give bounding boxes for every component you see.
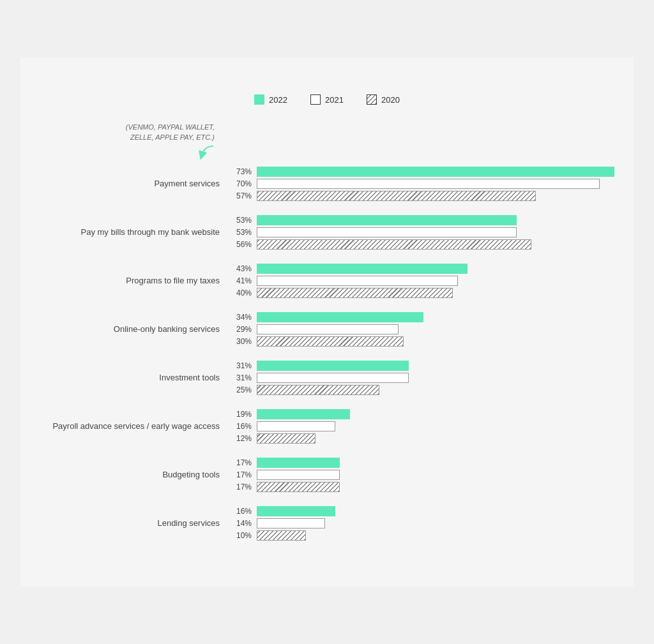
bar-track-4-2 <box>257 385 379 395</box>
bar-pct-2-0: 43% <box>231 264 252 273</box>
chart-body: (VENMO, PAYPAL WALLET,ZELLE, APPLE PAY, … <box>52 123 602 555</box>
bar-track-1-0 <box>257 215 517 225</box>
bar-track-7-2 <box>257 530 306 541</box>
bar-fill-6-0 <box>257 458 340 468</box>
bar-pct-6-2: 17% <box>231 483 252 491</box>
bar-fill-0-0 <box>257 167 614 177</box>
bar-fill-3-2 <box>257 336 404 347</box>
legend-box-2022 <box>254 94 264 105</box>
bar-pct-1-2: 56% <box>231 240 252 249</box>
bar-row-2-1: 41% <box>231 276 602 286</box>
bar-row-0-2: 57% <box>231 191 614 201</box>
legend-box-2021 <box>310 94 321 105</box>
bar-fill-4-2 <box>257 385 379 395</box>
legend-label-2022: 2022 <box>269 95 287 105</box>
bar-row-3-1: 29% <box>231 324 602 334</box>
bars-area-7: 16%14%10% <box>231 506 602 541</box>
bar-row-3-0: 34% <box>231 312 602 322</box>
group-2: Programs to file my taxes43%41%40% <box>52 264 602 298</box>
bar-row-6-1: 17% <box>231 470 602 480</box>
bar-track-0-0 <box>257 167 614 177</box>
legend-label-2021: 2021 <box>325 95 344 105</box>
bar-row-7-2: 10% <box>231 530 602 541</box>
chart-container: 202220212020 (VENMO, PAYPAL WALLET,ZELLE… <box>20 57 634 587</box>
bar-track-7-0 <box>257 506 335 516</box>
bar-row-4-1: 31% <box>231 373 602 383</box>
bar-fill-2-2 <box>257 288 453 298</box>
bar-track-2-0 <box>257 264 468 274</box>
bar-row-4-0: 31% <box>231 361 602 371</box>
group-1: Pay my bills through my bank website53%5… <box>52 215 602 250</box>
bar-pct-4-2: 25% <box>231 386 252 394</box>
group-3: Online-only banking services34%29%30% <box>52 312 602 347</box>
group-7: Lending services16%14%10% <box>52 506 602 541</box>
bar-row-5-1: 16% <box>231 421 602 431</box>
bar-row-1-1: 53% <box>231 227 602 237</box>
bar-row-2-0: 43% <box>231 264 602 274</box>
bar-track-6-2 <box>257 482 340 492</box>
bar-pct-0-2: 57% <box>231 191 252 200</box>
bar-track-4-1 <box>257 373 409 383</box>
group-5: Payroll advance services / early wage ac… <box>52 409 602 444</box>
legend-box-2020 <box>367 94 377 105</box>
bar-track-6-0 <box>257 458 340 468</box>
bars-area-6: 17%17%17% <box>231 458 602 492</box>
bar-fill-3-0 <box>257 312 423 322</box>
bar-pct-1-0: 53% <box>231 216 252 225</box>
bars-area-1: 53%53%56% <box>231 215 602 250</box>
bar-row-3-2: 30% <box>231 336 602 347</box>
bar-track-0-1 <box>257 179 600 189</box>
bar-pct-4-0: 31% <box>231 361 252 370</box>
group-6: Budgeting tools17%17%17% <box>52 458 602 492</box>
bars-area-3: 34%29%30% <box>231 312 602 347</box>
bar-track-3-1 <box>257 324 399 334</box>
bar-track-4-0 <box>257 361 409 371</box>
bar-row-5-2: 12% <box>231 433 602 444</box>
bar-row-0-1: 70% <box>231 179 614 189</box>
bar-row-5-0: 19% <box>231 409 602 419</box>
bar-track-1-2 <box>257 239 531 250</box>
bar-fill-2-1 <box>257 276 458 286</box>
group-0: Payment services73%70%57% <box>52 167 602 201</box>
bar-fill-5-1 <box>257 421 335 431</box>
bar-fill-7-2 <box>257 530 306 541</box>
groups-area: Payment services73%70%57%Pay my bills th… <box>52 167 602 555</box>
bar-fill-7-0 <box>257 506 335 516</box>
bar-fill-3-1 <box>257 324 399 334</box>
bar-row-6-0: 17% <box>231 458 602 468</box>
group-label-1: Pay my bills through my bank website <box>52 227 231 238</box>
bar-pct-6-0: 17% <box>231 458 252 467</box>
group-label-7: Lending services <box>52 518 231 529</box>
bar-row-0-0: 73% <box>231 167 614 177</box>
bar-pct-3-1: 29% <box>231 325 252 334</box>
annotation-text: (VENMO, PAYPAL WALLET,ZELLE, APPLE PAY, … <box>126 123 215 142</box>
bar-fill-0-1 <box>257 179 600 189</box>
bar-row-4-2: 25% <box>231 385 602 395</box>
bar-pct-5-2: 12% <box>231 434 252 443</box>
bar-track-1-1 <box>257 227 517 237</box>
legend-label-2020: 2020 <box>381 95 400 105</box>
bar-pct-4-1: 31% <box>231 373 252 382</box>
legend: 202220212020 <box>52 94 602 105</box>
bar-track-6-1 <box>257 470 340 480</box>
group-label-5: Payroll advance services / early wage ac… <box>52 421 231 432</box>
bars-area-5: 19%16%12% <box>231 409 602 444</box>
bar-pct-5-1: 16% <box>231 422 252 431</box>
bar-fill-7-1 <box>257 518 325 528</box>
legend-item-2021: 2021 <box>310 94 344 105</box>
group-label-0: Payment services <box>52 178 231 190</box>
bar-row-1-0: 53% <box>231 215 602 225</box>
bar-pct-2-2: 40% <box>231 288 252 297</box>
bar-row-7-0: 16% <box>231 506 602 516</box>
bar-track-0-2 <box>257 191 536 201</box>
bars-area-2: 43%41%40% <box>231 264 602 298</box>
bar-fill-5-2 <box>257 433 316 444</box>
bar-row-2-2: 40% <box>231 288 602 298</box>
bar-fill-1-0 <box>257 215 517 225</box>
bar-pct-3-0: 34% <box>231 313 252 322</box>
bar-fill-5-0 <box>257 409 350 419</box>
bar-track-2-1 <box>257 276 458 286</box>
bar-fill-4-1 <box>257 373 409 383</box>
bar-fill-2-0 <box>257 264 468 274</box>
bar-track-5-1 <box>257 421 335 431</box>
